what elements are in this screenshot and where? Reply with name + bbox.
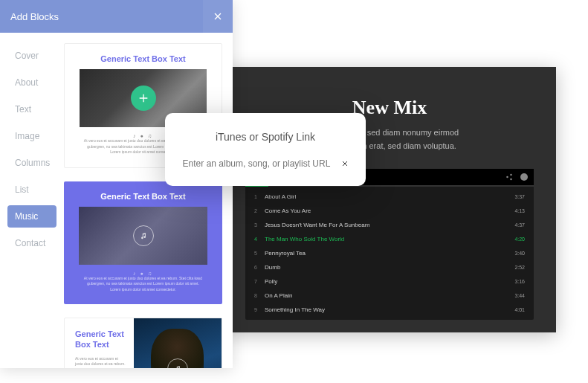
- track-number: 5: [254, 251, 265, 256]
- close-panel-button[interactable]: [203, 0, 233, 33]
- track-row[interactable]: 5Pennyroyal Tea3:40: [245, 246, 534, 260]
- track-name: Polly: [265, 278, 514, 285]
- track-duration: 4:01: [514, 307, 525, 312]
- nav-item-cover[interactable]: Cover: [7, 45, 56, 67]
- spotify-player[interactable]: 1About A Girl3:372Come As You Are4:133Je…: [245, 169, 534, 320]
- track-number: 9: [254, 307, 265, 312]
- track-number: 2: [254, 208, 265, 213]
- link-input-popover: iTunes or Spotify Link: [165, 113, 366, 186]
- panel-title: Add Blocks: [10, 11, 59, 22]
- template-lorem: At vero eos et accusam et justo duo dolo…: [75, 356, 126, 368]
- track-duration: 3:40: [514, 251, 525, 256]
- nav-item-columns[interactable]: Columns: [7, 152, 56, 174]
- track-number: 4: [254, 236, 265, 242]
- track-row[interactable]: 3Jesus Doesn't Want Me For A Sunbeam4:37: [245, 218, 534, 232]
- track-duration: 4:20: [514, 236, 525, 242]
- clear-input-button[interactable]: [339, 158, 351, 170]
- track-number: 1: [254, 194, 265, 199]
- track-number: 8: [254, 293, 265, 298]
- music-url-input[interactable]: [180, 158, 333, 169]
- track-number: 3: [254, 222, 265, 228]
- music-note-icon: [140, 232, 147, 239]
- panel-header: Add Blocks: [0, 0, 233, 33]
- popover-input-row: [180, 158, 351, 170]
- track-duration: 3:44: [514, 293, 525, 298]
- track-number: 6: [254, 265, 265, 270]
- track-name: On A Plain: [265, 292, 514, 299]
- plus-icon: [138, 92, 149, 104]
- track-name: About A Girl: [265, 193, 514, 200]
- track-duration: 4:37: [514, 222, 525, 228]
- track-duration: 4:13: [514, 208, 525, 213]
- template-lorem: At vero eos et accusam et justo duo dolo…: [79, 276, 207, 293]
- block-templates-list: Generic Text Box Text ♪ ● ♫ At vero eos …: [64, 33, 233, 368]
- track-row[interactable]: 7Polly3:16: [245, 274, 534, 289]
- music-note-icon: [174, 365, 181, 369]
- track-name: Pennyroyal Tea: [265, 250, 514, 257]
- block-preview: New Mix lipscing elitr, sed diam nonumy …: [223, 67, 556, 332]
- template-side-image: [134, 318, 222, 368]
- template-title: Generic Text Box Text: [75, 329, 126, 350]
- panel-body: Cover About Text Image Columns List Musi…: [0, 33, 233, 368]
- track-row[interactable]: 1About A Girl3:37: [245, 190, 534, 204]
- block-template-split[interactable]: Generic Text Box Text At vero eos et acc…: [64, 318, 222, 368]
- share-icon[interactable]: [505, 173, 513, 181]
- svg-point-0: [520, 173, 528, 181]
- template-title: Generic Text Box Text: [80, 54, 207, 63]
- track-duration: 3:37: [514, 194, 525, 199]
- nav-item-list[interactable]: List: [7, 178, 56, 201]
- block-template-hero-purple[interactable]: Generic Text Box Text ♪ ● ♫ At vero eos …: [64, 181, 222, 305]
- track-name: Come As You Are: [265, 207, 514, 214]
- template-hero-image: [79, 207, 207, 265]
- close-icon: [340, 159, 349, 168]
- track-name: Dumb: [265, 264, 514, 271]
- close-icon: [212, 10, 224, 22]
- music-badge: [133, 225, 154, 246]
- template-title: Generic Text Box Text: [79, 192, 207, 201]
- track-row[interactable]: 9Something In The Way4:01: [245, 303, 534, 317]
- popover-title: iTunes or Spotify Link: [180, 131, 351, 143]
- track-duration: 2:52: [514, 265, 525, 270]
- track-row[interactable]: 6Dumb2:52: [245, 260, 534, 274]
- provider-icons: ♪ ● ♫: [79, 271, 207, 276]
- track-name: The Man Who Sold The World: [265, 236, 514, 242]
- track-row[interactable]: 4The Man Who Sold The World4:20: [245, 232, 534, 246]
- track-row[interactable]: 2Come As You Are4:13: [245, 204, 534, 218]
- spotify-icon[interactable]: [520, 173, 528, 181]
- track-name: Something In The Way: [265, 306, 514, 313]
- track-list: 1About A Girl3:372Come As You Are4:133Je…: [245, 187, 534, 320]
- track-name: Jesus Doesn't Want Me For A Sunbeam: [265, 222, 514, 228]
- nav-item-contact[interactable]: Contact: [7, 232, 56, 254]
- track-duration: 3:16: [514, 279, 525, 284]
- nav-item-image[interactable]: Image: [7, 125, 56, 147]
- track-row[interactable]: 8On A Plain3:44: [245, 289, 534, 303]
- nav-item-text[interactable]: Text: [7, 98, 56, 120]
- block-category-nav: Cover About Text Image Columns List Musi…: [0, 33, 64, 368]
- nav-item-about[interactable]: About: [7, 71, 56, 94]
- track-number: 7: [254, 279, 265, 284]
- add-block-badge: [131, 86, 156, 111]
- nav-item-music[interactable]: Music: [7, 205, 56, 228]
